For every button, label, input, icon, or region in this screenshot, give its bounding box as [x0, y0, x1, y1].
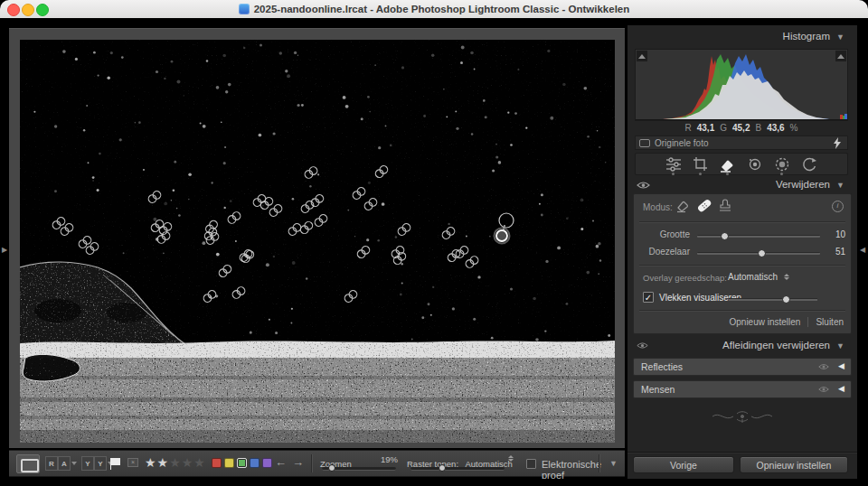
- people-bar[interactable]: Mensen ◀: [633, 380, 852, 398]
- before-after-view-button[interactable]: Y Y: [81, 456, 107, 471]
- flag-pick-icon[interactable]: [111, 458, 120, 465]
- rating-star[interactable]: ★: [193, 455, 206, 470]
- people-label: Mensen: [641, 384, 675, 395]
- people-expand-icon[interactable]: ◀: [838, 384, 844, 393]
- rating-star[interactable]: ★: [157, 455, 170, 470]
- color-label-swatch[interactable]: [237, 458, 247, 468]
- r-label: R: [685, 123, 692, 133]
- overlay-dropdown-caret[interactable]: [784, 274, 789, 280]
- zoom-slider[interactable]: [322, 467, 396, 471]
- flag-reject-icon[interactable]: ×: [127, 458, 138, 467]
- toolbar-chevron-icon[interactable]: ▼: [609, 459, 618, 468]
- rating-star[interactable]: ★: [182, 455, 194, 470]
- overlay-value[interactable]: Automatisch: [728, 272, 778, 282]
- crop-tool-icon[interactable]: [691, 154, 711, 174]
- reference-view-letter: A: [58, 456, 71, 471]
- color-label-swatch[interactable]: [224, 458, 234, 468]
- tool-strip: [635, 153, 848, 175]
- histogram-display[interactable]: [635, 49, 848, 121]
- histogram-title: Histogram: [783, 31, 830, 42]
- color-label-swatches[interactable]: [212, 458, 272, 468]
- color-label-swatch[interactable]: [250, 458, 259, 468]
- develop-toolbar: R A Y Y × ★★★★★ ← → Zoomen 19%: [9, 450, 625, 477]
- visualize-threshold-slider[interactable]: [729, 298, 817, 301]
- feather-slider[interactable]: [697, 252, 820, 255]
- feather-slider-thumb[interactable]: [758, 249, 766, 257]
- info-icon[interactable]: i: [832, 201, 844, 212]
- panel-footer: Vorige Opnieuw instellen: [627, 452, 857, 479]
- active-spot-marker[interactable]: [496, 230, 507, 241]
- reflections-expand-icon[interactable]: ◀: [838, 361, 844, 370]
- photo-canvas[interactable]: [20, 40, 615, 443]
- reset-button[interactable]: Opnieuw instellen: [740, 456, 848, 473]
- remove-panel-collapse-icon[interactable]: ▼: [836, 181, 844, 190]
- masking-tool-icon[interactable]: [772, 154, 792, 174]
- color-label-swatch[interactable]: [212, 458, 222, 468]
- remove-panel-header[interactable]: Verwijderen ▼: [627, 179, 857, 193]
- overlay-label: Overlay gereedschap:: [643, 273, 727, 283]
- r-value: 43,1: [697, 123, 714, 133]
- mode-label: Modus:: [643, 202, 673, 212]
- size-slider-row: Grootte 10: [634, 228, 853, 242]
- distractions-panel-header[interactable]: Afleidingen verwijderen ▼: [627, 340, 857, 354]
- reflections-eye-icon[interactable]: [818, 363, 829, 370]
- remove-reset-button[interactable]: Opnieuw instellen: [729, 317, 800, 327]
- zoom-slider-thumb[interactable]: [328, 464, 335, 472]
- grid-dropdown-caret[interactable]: [508, 455, 514, 462]
- reference-view-button[interactable]: R A: [45, 456, 71, 471]
- remove-panel-body: Modus: i: [633, 193, 852, 334]
- rating-star[interactable]: ★: [145, 455, 157, 470]
- remove-panel-eye-icon[interactable]: [637, 181, 650, 190]
- highlight-clipping-indicator[interactable]: [835, 51, 846, 61]
- distractions-collapse-icon[interactable]: ▼: [836, 341, 844, 350]
- before-after-letter: Y: [94, 456, 107, 471]
- star-rating[interactable]: ★★★★★: [145, 455, 206, 470]
- visualize-spots-checkbox[interactable]: ✓: [643, 292, 654, 303]
- histogram-header[interactable]: Histogram ▼: [627, 31, 857, 45]
- feather-slider-row: Doezelaar 51: [634, 245, 853, 259]
- zoom-group: Zoomen 19%: [320, 454, 398, 471]
- heal-mode-icon[interactable]: [675, 198, 692, 213]
- sync-tool-icon[interactable]: [799, 154, 819, 174]
- catalog-doc-icon: [239, 4, 250, 14]
- show-right-panel-arrow[interactable]: ◀: [860, 246, 865, 254]
- remove-close-button[interactable]: Sluiten: [816, 317, 844, 327]
- reference-view-caret[interactable]: [71, 462, 77, 465]
- softproof-checkbox[interactable]: [526, 459, 536, 469]
- overlay-row: Overlay gereedschap: Automatisch: [634, 271, 853, 285]
- flash-icon[interactable]: [833, 137, 842, 149]
- visualize-threshold-thumb[interactable]: [782, 295, 790, 304]
- size-slider-thumb[interactable]: [721, 232, 729, 240]
- original-photo-icon: [639, 139, 650, 147]
- loupe-view-button[interactable]: [16, 454, 40, 473]
- distractions-panel-title: Afleidingen verwijderen: [722, 340, 830, 350]
- size-value: 10: [835, 229, 845, 239]
- red-eye-tool-icon[interactable]: [745, 154, 765, 174]
- show-left-panel-arrow[interactable]: ▶: [2, 246, 7, 254]
- rating-star[interactable]: ★: [169, 455, 182, 470]
- previous-button[interactable]: Vorige: [633, 456, 734, 473]
- people-eye-icon[interactable]: [818, 386, 829, 393]
- previous-photo-arrow[interactable]: ←: [275, 455, 287, 469]
- histogram-collapse-icon[interactable]: ▼: [836, 33, 844, 42]
- grid-slider[interactable]: [410, 467, 505, 471]
- bandaid-mode-icon[interactable]: [695, 198, 713, 213]
- next-photo-arrow[interactable]: →: [292, 455, 304, 469]
- clone-stamp-mode-icon[interactable]: [717, 198, 733, 213]
- reference-view-letter: R: [45, 456, 58, 471]
- size-slider[interactable]: [697, 235, 820, 238]
- app-window: 2025-nandoonline.lrcat - Adobe Photoshop…: [0, 0, 868, 479]
- reflections-bar[interactable]: Reflecties ◀: [633, 358, 852, 376]
- adjustments-tool-icon[interactable]: [664, 154, 684, 174]
- reset-button-label: Opnieuw instellen: [757, 460, 832, 471]
- zoom-value: 19%: [381, 454, 398, 464]
- color-label-swatch[interactable]: [262, 458, 272, 468]
- shadow-clipping-indicator[interactable]: [637, 51, 647, 61]
- size-label: Grootte: [634, 229, 690, 239]
- remove-tool-icon[interactable]: [718, 154, 738, 174]
- grid-slider-thumb[interactable]: [439, 464, 446, 472]
- previous-button-label: Vorige: [670, 460, 697, 471]
- b-value: 43,6: [767, 123, 784, 133]
- distractions-eye-icon[interactable]: [637, 341, 648, 350]
- original-photo-bar[interactable]: Originele foto: [635, 136, 848, 150]
